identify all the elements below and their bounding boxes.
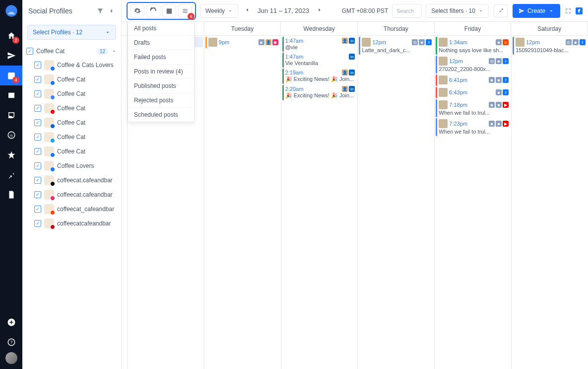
- profile-checkbox[interactable]: [34, 76, 41, 83]
- nav-audio[interactable]: [0, 125, 22, 145]
- dropdown-item[interactable]: Posts in review (4): [128, 65, 194, 79]
- calendar-view-button[interactable]: [162, 4, 176, 17]
- event-icons: ■👤◉: [259, 39, 278, 45]
- expand-icon[interactable]: [564, 7, 572, 15]
- network-icon: [44, 74, 54, 84]
- profile-checkbox[interactable]: [34, 134, 41, 141]
- event-text: When we fail to trul...: [439, 110, 509, 116]
- profile-item[interactable]: coffeecat_cafeandbar: [34, 202, 117, 216]
- profile-group-count: 12: [97, 48, 108, 55]
- profile-checkbox[interactable]: [34, 162, 41, 169]
- share-button[interactable]: [494, 4, 508, 17]
- profile-item[interactable]: Coffee Cat: [34, 144, 117, 158]
- rd-icon: ☺: [503, 39, 509, 45]
- calendar-event[interactable]: 12pm◎■fLatte_and_dark_c...: [359, 37, 433, 55]
- profile-group-header[interactable]: Coffee Cat 12: [26, 45, 117, 58]
- collapse-sidebar-icon[interactable]: [107, 7, 115, 15]
- profile-checkbox[interactable]: [34, 105, 41, 112]
- calendar-event[interactable]: 2:19am👤in🎉 Exciting News! 🎉 Join...: [282, 69, 357, 84]
- dropdown-item[interactable]: Published posts: [128, 79, 194, 93]
- calendar-event[interactable]: 9pm■👤◉: [205, 37, 280, 48]
- calendar-event[interactable]: 6:43pm■f: [436, 87, 510, 98]
- refresh-button[interactable]: [146, 4, 160, 17]
- calendar-event[interactable]: 7:23pm■■▶When we fail to trul...: [436, 118, 510, 136]
- cam-icon: ◎: [566, 39, 572, 45]
- day-header: Wednesday: [281, 22, 358, 35]
- dropdown-item[interactable]: Rejected posts: [128, 93, 194, 108]
- filter-picker[interactable]: Select filters · 10: [426, 4, 489, 18]
- event-text: @vie: [285, 44, 355, 50]
- profile-checkbox[interactable]: [34, 90, 41, 97]
- profile-checkbox[interactable]: [34, 206, 41, 213]
- in-icon: in: [349, 70, 355, 75]
- profile-item[interactable]: Coffee Cat: [34, 130, 117, 144]
- gen-icon: ■: [489, 102, 495, 108]
- profile-checkbox[interactable]: [34, 191, 41, 198]
- calendar-event[interactable]: 12pm◎■f270202_2200-800x...: [436, 56, 510, 74]
- list-view-button[interactable]: 4: [178, 4, 192, 17]
- nav-add[interactable]: [0, 312, 22, 332]
- settings-button[interactable]: [131, 4, 144, 17]
- gen-icon: ■: [259, 39, 264, 45]
- event-time: 1:34am: [449, 39, 467, 45]
- profile-item[interactable]: Coffee Cat: [34, 101, 117, 115]
- nav-reports[interactable]: [0, 185, 22, 205]
- search-input[interactable]: Search: [392, 4, 422, 18]
- user-avatar[interactable]: [5, 352, 17, 364]
- dropdown-item[interactable]: Failed posts: [128, 50, 194, 65]
- dropdown-item[interactable]: All posts: [128, 21, 194, 36]
- nav-pins[interactable]: [0, 165, 22, 185]
- nav-home[interactable]: 2: [0, 26, 22, 46]
- profile-item[interactable]: Coffee Cat: [34, 72, 117, 86]
- profile-item[interactable]: coffeecatcafeandbar: [34, 216, 117, 230]
- day-header: Saturday: [511, 22, 588, 35]
- profile-item[interactable]: Coffee Cat: [34, 115, 117, 130]
- profile-item[interactable]: Coffee Lovers: [34, 158, 117, 173]
- chevron-down-icon: [228, 8, 233, 13]
- post-status-dropdown: All postsDraftsFailed postsPosts in revi…: [128, 21, 195, 122]
- in-icon: in: [349, 86, 355, 92]
- profile-checkbox[interactable]: [34, 119, 41, 126]
- usr-icon: 👤: [342, 38, 348, 44]
- select-profiles-dropdown[interactable]: Select Profiles · 12: [27, 25, 116, 40]
- calendar-event[interactable]: 1:34am■☺Nothing says love like sh...: [436, 37, 510, 55]
- network-icon: [44, 219, 54, 228]
- nav-help[interactable]: ?: [0, 332, 22, 352]
- calendar-event[interactable]: 12pm◎■f150929101049-blac...: [513, 37, 587, 55]
- calendar-event[interactable]: 1:47am👤in@vie: [282, 37, 357, 52]
- profile-checkbox[interactable]: [34, 148, 41, 155]
- profile-item[interactable]: coffeecat.cafeandbar: [34, 187, 117, 202]
- view-mode-picker[interactable]: Weekly: [200, 4, 238, 18]
- profile-checkbox[interactable]: [34, 220, 41, 227]
- next-week-button[interactable]: [315, 7, 325, 14]
- group-checkbox[interactable]: [26, 48, 33, 55]
- filter-icon[interactable]: [96, 7, 104, 15]
- nav-inbox[interactable]: [0, 105, 22, 125]
- day-column-tuesday: 9pm■👤◉: [204, 36, 281, 369]
- prev-week-button[interactable]: [242, 7, 252, 14]
- gen-icon: ■: [496, 39, 502, 45]
- nav-favorites[interactable]: [0, 145, 22, 165]
- yt-icon: ▶: [503, 121, 509, 127]
- fb-icon: f: [503, 77, 509, 83]
- event-time: 7:23pm: [449, 121, 467, 127]
- nav-calendar[interactable]: 4: [0, 66, 22, 85]
- dropdown-item[interactable]: Scheduled posts: [128, 108, 194, 122]
- svg-text:?: ?: [10, 340, 12, 345]
- profile-item[interactable]: coffeecat.cafeandbar: [34, 173, 117, 187]
- nav-send[interactable]: [0, 46, 22, 66]
- profile-checkbox[interactable]: [34, 62, 41, 69]
- profile-item[interactable]: Coffee Cat: [34, 86, 117, 101]
- profile-item[interactable]: Coffee & Cats Lovers: [34, 58, 117, 72]
- profile-checkbox[interactable]: [34, 177, 41, 184]
- event-time: 1:47am: [285, 54, 304, 60]
- calendar-event[interactable]: 6:41pm■■f: [436, 74, 510, 86]
- create-button[interactable]: Create: [513, 4, 560, 18]
- profile-label: Coffee Cat: [57, 119, 85, 126]
- calendar-event[interactable]: 2:20am👤in🎉 Exciting News! 🎉 Join...: [282, 85, 357, 100]
- calendar-event[interactable]: 7:18pm■■▶When we fail to trul...: [436, 99, 510, 117]
- nav-media[interactable]: [0, 85, 22, 105]
- network-icon: [44, 147, 54, 156]
- dropdown-item[interactable]: Drafts: [128, 36, 194, 50]
- calendar-event[interactable]: 1:47aminVie Ventanilla: [282, 53, 357, 68]
